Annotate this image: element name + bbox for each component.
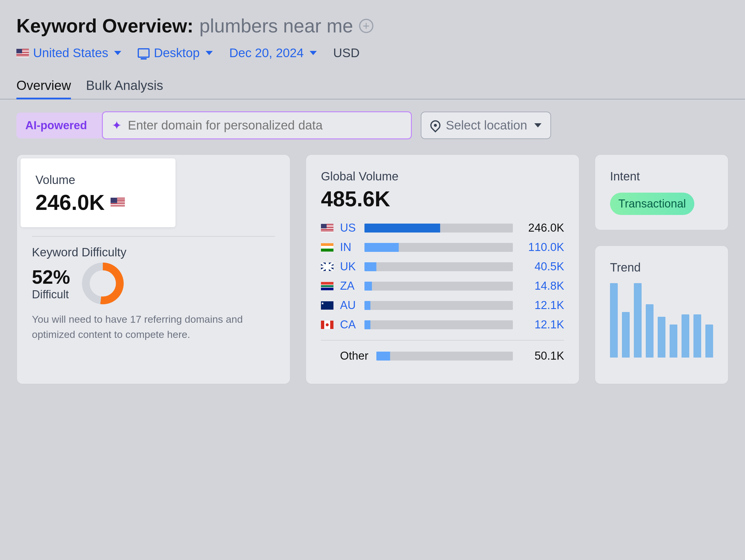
trend-bar (658, 317, 666, 357)
kd-value: 52% (32, 266, 70, 288)
sparkle-icon: ✦ (112, 118, 122, 132)
trend-label: Trend (610, 261, 713, 274)
trend-bar (646, 304, 653, 357)
trend-card: Trend (594, 245, 728, 384)
page-title-keyword: plumbers near me (199, 15, 353, 37)
gv-row[interactable]: AU12.1K (321, 299, 564, 312)
ai-powered-badge: AI-powered (17, 112, 102, 138)
kd-donut-chart (82, 262, 124, 304)
gv-bar (364, 320, 513, 329)
flag-icon (321, 224, 333, 232)
pin-icon (428, 118, 443, 133)
gv-bar (364, 223, 513, 233)
flag-icon (321, 262, 333, 271)
tab-overview[interactable]: Overview (17, 78, 71, 99)
global-volume-card: Global Volume 485.6K US246.0KIN110.0KUK4… (305, 154, 580, 384)
gv-bar (364, 262, 513, 271)
gv-country: CA (340, 318, 358, 331)
domain-input-wrapper[interactable]: ✦ (102, 111, 412, 139)
kd-note: You will need to have 17 referring domai… (32, 312, 275, 342)
flag-icon (321, 282, 333, 290)
gv-row[interactable]: IN110.0K (321, 241, 564, 254)
gv-value: 246.0K (519, 221, 564, 234)
gv-value: 12.1K (519, 318, 564, 331)
gv-value: 110.0K (519, 241, 564, 254)
tabs: Overview Bulk Analysis (0, 78, 745, 99)
country-filter-label: United States (33, 46, 108, 60)
location-select[interactable]: Select location (421, 112, 551, 139)
device-filter[interactable]: Desktop (138, 46, 213, 60)
intent-label: Intent (610, 170, 713, 183)
gv-bar (364, 243, 513, 252)
intent-card: Intent Transactional (594, 154, 728, 231)
flag-icon (321, 321, 333, 329)
trend-chart (610, 283, 713, 357)
gv-country: AU (340, 299, 358, 312)
gv-country: UK (340, 260, 358, 273)
currency-label: USD (333, 46, 360, 60)
device-filter-label: Desktop (154, 46, 200, 60)
volume-highlight: Volume 246.0K (21, 159, 175, 227)
page-title-label: Keyword Overview: (17, 15, 193, 37)
flag-icon (321, 243, 333, 252)
divider (321, 340, 564, 341)
trend-bar (682, 314, 689, 357)
gv-bar (364, 301, 513, 310)
global-volume-value: 485.6K (321, 187, 564, 211)
volume-card: Volume 246.0K Keyword Difficulty 52% Dif… (17, 154, 291, 384)
gv-other-label: Other (340, 350, 370, 362)
gv-bar (364, 282, 513, 290)
country-filter[interactable]: United States (17, 46, 121, 60)
gv-other-bar (377, 352, 513, 360)
gv-row[interactable]: UK40.5K (321, 260, 564, 273)
trend-bar (634, 283, 642, 357)
chevron-down-icon (534, 123, 542, 128)
gv-country: US (340, 221, 358, 234)
tab-bulk-analysis[interactable]: Bulk Analysis (86, 78, 163, 99)
trend-bar (705, 324, 713, 357)
trend-bar (693, 314, 701, 357)
kd-label: Keyword Difficulty (32, 246, 275, 259)
desktop-icon (138, 48, 150, 58)
gv-value: 12.1K (519, 299, 564, 312)
us-flag-icon (17, 49, 29, 57)
gv-value: 40.5K (519, 260, 564, 273)
gv-country: ZA (340, 280, 358, 292)
intent-badge: Transactional (610, 193, 694, 215)
location-select-label: Select location (446, 118, 527, 133)
gv-other-value: 50.1K (519, 350, 564, 362)
gv-row[interactable]: ZA14.8K (321, 280, 564, 292)
chevron-down-icon (206, 51, 213, 55)
domain-input[interactable] (128, 118, 402, 133)
flag-icon (321, 301, 333, 310)
gv-country: IN (340, 241, 358, 254)
date-filter[interactable]: Dec 20, 2024 (229, 46, 317, 60)
volume-value: 246.0K (35, 190, 105, 215)
trend-bar (622, 312, 630, 357)
kd-level: Difficult (32, 288, 70, 301)
gv-row[interactable]: CA12.1K (321, 318, 564, 331)
gv-value: 14.8K (519, 280, 564, 292)
trend-bar (670, 324, 677, 357)
volume-label: Volume (35, 173, 161, 187)
gv-row[interactable]: US246.0K (321, 221, 564, 234)
chevron-down-icon (310, 51, 317, 55)
global-volume-label: Global Volume (321, 170, 564, 183)
add-keyword-icon[interactable]: + (359, 19, 374, 33)
us-flag-icon (110, 198, 125, 207)
date-filter-label: Dec 20, 2024 (229, 46, 304, 60)
divider (32, 236, 275, 237)
trend-bar (610, 283, 618, 357)
chevron-down-icon (114, 51, 121, 55)
